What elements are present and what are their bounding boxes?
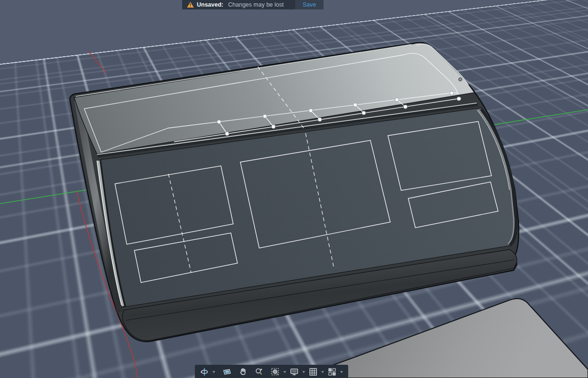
fit-icon: [271, 368, 280, 376]
orbit-dropdown[interactable]: [211, 366, 216, 378]
model-canvas[interactable]: [0, 0, 588, 378]
display-settings-button[interactable]: [289, 366, 299, 378]
chevron-down-icon: [283, 370, 287, 374]
unsaved-message: Changes may be lost: [226, 0, 290, 9]
display-settings-icon: [290, 368, 298, 376]
vertex-point[interactable]: [459, 78, 462, 81]
fit-dropdown[interactable]: [282, 366, 287, 378]
look-at-button[interactable]: [222, 366, 232, 378]
chevron-down-icon: [302, 370, 306, 374]
fit-button[interactable]: [270, 366, 281, 378]
chevron-down-icon: [340, 370, 343, 374]
grid-icon: [309, 368, 317, 376]
unsaved-label: Unsaved:: [197, 0, 223, 9]
look-at-icon: [223, 368, 231, 376]
cad-viewport[interactable]: [0, 0, 588, 378]
viewports-icon: [328, 368, 336, 376]
viewports-button[interactable]: [327, 366, 337, 378]
pan-icon: [239, 368, 247, 376]
grid-and-snaps-dropdown[interactable]: [320, 366, 325, 378]
console-body[interactable]: [70, 43, 519, 342]
warning-triangle-icon: [187, 1, 194, 8]
unsaved-status: Unsaved: Changes may be lost: [182, 0, 295, 9]
navigation-toolbar: [195, 365, 348, 378]
unsaved-banner: Unsaved: Changes may be lost Save: [182, 0, 324, 9]
zoom-button[interactable]: [254, 366, 264, 378]
viewports-dropdown[interactable]: [339, 366, 344, 378]
chevron-down-icon: [212, 370, 216, 374]
chevron-down-icon: [321, 370, 325, 374]
save-button[interactable]: Save: [295, 0, 324, 9]
display-settings-dropdown[interactable]: [301, 366, 306, 378]
orbit-icon: [200, 368, 209, 376]
grid-and-snaps-button[interactable]: [308, 366, 318, 378]
pan-button[interactable]: [238, 366, 248, 378]
orbit-button[interactable]: [199, 366, 210, 378]
x-axis-far-line: [88, 51, 106, 73]
zoom-icon: [255, 368, 263, 376]
